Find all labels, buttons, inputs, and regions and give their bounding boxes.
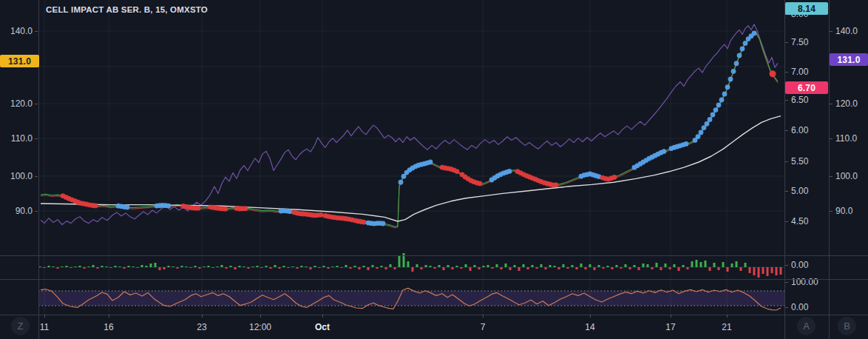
axis-tick-mark [785, 100, 788, 101]
axis-tick-label: 140.0 [10, 26, 33, 36]
axis-tick-label: 5.50 [791, 156, 808, 167]
time-axis-label: 11 [40, 322, 49, 332]
main-volume-separator[interactable] [0, 255, 868, 256]
right-price-axis-outer[interactable]: 140.0120.0110.0100.090.0 [829, 0, 868, 339]
time-axis-label: 23 [197, 322, 206, 332]
z-button[interactable]: Z [11, 317, 30, 335]
time-axis-label: 17 [665, 322, 675, 332]
time-axis-label: 12:00 [249, 322, 271, 332]
axis-tick-mark [785, 161, 788, 162]
axis-tick-label: 100.0 [835, 171, 858, 181]
time-axis-label: 16 [104, 322, 113, 332]
time-axis-tick [260, 315, 261, 318]
axis-tick-mark [785, 282, 788, 283]
axis-tick-label: 120.0 [835, 98, 858, 109]
axis-tick-mark [35, 176, 38, 177]
right-price-axis-inner[interactable]: 8.007.507.006.506.005.505.004.500.00100.… [784, 0, 829, 339]
time-axis-tick [44, 315, 45, 318]
time-axis-label: Oct [315, 322, 330, 332]
outer-axis-border [829, 0, 830, 339]
axis-tick-mark [785, 191, 788, 192]
axis-tick-label: 7.50 [791, 37, 808, 47]
left-price-axis[interactable]: 140.0120.0110.0100.090.0 [0, 0, 38, 339]
axis-tick-mark [35, 138, 38, 139]
axis-tick-label: 100.0 [10, 171, 33, 181]
chart-canvas[interactable] [38, 0, 784, 339]
time-axis-label: 21 [722, 322, 731, 332]
axis-tick-label: 4.50 [791, 216, 808, 226]
axis-tick-label: 0.00 [791, 302, 808, 312]
axis-tick-mark [785, 72, 788, 73]
high-price-label: 8.14 [785, 2, 828, 15]
axis-tick-mark [785, 221, 788, 222]
axis-tick-label: 110.0 [835, 133, 857, 144]
volume-oscillator-separator[interactable] [0, 279, 868, 280]
time-axis[interactable]: 11162312:00Oct7141721 [0, 315, 868, 339]
time-axis-tick [483, 315, 484, 318]
time-axis-tick [109, 315, 109, 318]
time-axis-tick [202, 315, 203, 318]
time-axis-tick [590, 315, 591, 318]
inner-axis-border [784, 0, 785, 339]
b-button[interactable]: B [838, 317, 856, 335]
axis-tick-label: 140.0 [835, 26, 858, 36]
axis-tick-mark [785, 42, 788, 43]
axis-tick-mark [785, 130, 788, 131]
symbol-title: CELL IMPACT AB SER. B, 15, OMXSTO [46, 5, 208, 14]
axis-tick-mark [785, 265, 788, 266]
axis-tick-label: 0.00 [791, 260, 808, 270]
time-axis-tick [671, 315, 671, 318]
axis-tick-label: 120.0 [10, 98, 33, 109]
time-axis-tick [727, 315, 728, 318]
axis-tick-label: 7.00 [791, 67, 808, 77]
left-pane-border [38, 0, 39, 339]
axis-tick-mark [35, 104, 38, 104]
axis-tick-label: 90.0 [16, 206, 33, 216]
time-axis-label: 14 [585, 322, 594, 332]
compare-price-label-right: 131.0 [830, 53, 868, 66]
axis-tick-label: 6.00 [791, 125, 808, 135]
last-price-label: 6.70 [785, 81, 828, 94]
time-axis-label: 7 [481, 322, 486, 332]
a-button[interactable]: A [797, 317, 816, 335]
axis-tick-label: 110.0 [11, 133, 33, 144]
axis-tick-label: 6.50 [791, 95, 808, 105]
axis-tick-mark [830, 138, 833, 139]
axis-tick-mark [35, 211, 38, 212]
time-axis-tick [322, 315, 323, 318]
axis-tick-label: 5.00 [791, 186, 808, 196]
tradingview-chart-window: CELL IMPACT AB SER. B, 15, OMXSTO 140.01… [0, 0, 868, 339]
axis-tick-mark [785, 307, 788, 308]
compare-price-label-left: 131.0 [0, 55, 39, 67]
axis-tick-mark [830, 176, 833, 177]
axis-tick-mark [35, 31, 38, 32]
axis-tick-label: 90.0 [835, 206, 852, 216]
axis-tick-mark [830, 104, 833, 104]
axis-tick-mark [830, 211, 833, 212]
axis-tick-mark [830, 31, 833, 32]
